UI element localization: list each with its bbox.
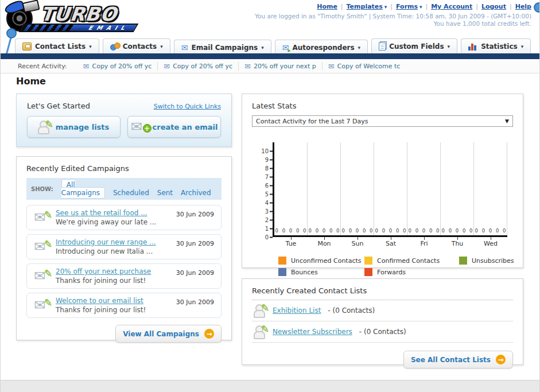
recent-activity-bar: Recent Activity: ✉Copy of 20% off yc✉Cop… (1, 59, 539, 73)
statistics-icon (468, 42, 477, 51)
get-started-title: Let's Get Started (27, 102, 90, 110)
y-tick-label: 8 (265, 165, 273, 172)
chart-day-group: 0 0 0 0 0 (474, 142, 507, 235)
create-email-button[interactable]: ✉+ create an email (127, 116, 221, 138)
zero-value-labels: 0 0 0 0 0 (374, 228, 407, 234)
recent-activity-item[interactable]: ✉Copy of 20% off yc (77, 62, 158, 71)
x-tick-label: Sat (374, 237, 407, 247)
campaign-title-link[interactable]: See us at the retail food ... (56, 209, 169, 217)
main-nav-tabbar: Contact Lists▾Contacts▾✉Email Campaigns▾… (1, 38, 539, 53)
activity-item-label: Copy of Welcome tc (337, 63, 401, 70)
campaign-subtitle: Introducing our new Italia ... (56, 247, 169, 255)
campaign-title-link[interactable]: 20% off your next purchase (56, 267, 169, 275)
x-tick-label: Thu (441, 237, 474, 247)
header-link-label[interactable]: Help (515, 3, 531, 10)
filter-scheduled[interactable]: Scheduled (113, 189, 149, 197)
get-started-panel: Let's Get Started Switch to Quick Links … (16, 94, 232, 147)
contact-list-name-link[interactable]: Newsletter Subscribers (273, 328, 352, 336)
tab-statistics[interactable]: Statistics▾ (461, 38, 531, 53)
campaign-title-link[interactable]: Introducing our new range ... (56, 238, 169, 246)
chart-plot-area: 0 0 0 0 00 0 0 0 00 0 0 0 00 0 0 0 00 0 … (273, 142, 507, 237)
tab-custom-fields[interactable]: Custom Fields▾ (371, 38, 457, 53)
chevron-down-icon: ▾ (418, 4, 422, 10)
chart-day-group: 0 0 0 0 0 (374, 142, 407, 235)
header-link-help: Help| (515, 3, 531, 10)
x-tick-label: Wed (474, 237, 507, 247)
view-all-campaigns-button[interactable]: View All Campaigns → (115, 325, 222, 343)
tab-label: Contact Lists (35, 42, 86, 51)
see-all-contact-lists-button[interactable]: See All Contact Lists → (403, 351, 513, 368)
contacts-icon (110, 42, 119, 51)
x-tick-label: Sun (341, 237, 374, 247)
filter-sent[interactable]: Sent (157, 189, 173, 197)
legend-swatch (364, 268, 372, 276)
login-status-text: You are logged in as "Timothy Smith" | S… (255, 13, 531, 20)
chevron-down-icon: ▾ (521, 44, 524, 49)
y-tick-label: 3 (265, 208, 273, 215)
legend-swatch (459, 257, 467, 265)
campaign-subtitle: We're giving away our late ... (56, 218, 169, 226)
y-tick-label: 7 (265, 174, 273, 180)
header-link-logout: Logout| (481, 3, 515, 10)
tab-contact-lists[interactable]: Contact Lists▾ (15, 38, 99, 53)
chart-day-group: 0 0 0 0 0 (274, 142, 308, 235)
y-tick-label: 2 (265, 217, 273, 223)
header-link-label[interactable]: My Account (431, 3, 472, 10)
filter-all-campaigns[interactable]: All Campaigns (61, 179, 105, 199)
see-all-contact-lists-label: See All Contact Lists (411, 356, 491, 364)
tab-email-campaigns[interactable]: ✉Email Campaigns▾ (174, 40, 271, 55)
envelope-pencil-icon: ✉✎ (34, 270, 49, 282)
header-link-label[interactable]: Home (317, 3, 337, 10)
contact-list-count: - (0 Contacts) (359, 328, 406, 336)
link-separator: | (510, 3, 512, 10)
chart-legend: Unconfirmed ContactsConfirmed ContactsUn… (278, 257, 513, 276)
chevron-down-icon: ▾ (261, 45, 264, 51)
manage-lists-button[interactable]: ✎ manage lists (27, 116, 121, 138)
manage-lists-label: manage lists (56, 123, 110, 131)
latest-stats-title: Latest Stats (252, 102, 513, 110)
chart-day-group: 0 0 0 0 0 (308, 142, 341, 235)
header-link-my-account: My Account| (431, 3, 481, 10)
zero-value-labels: 0 0 0 0 0 (341, 228, 374, 234)
activity-item-label: Copy of 20% off yc (92, 63, 151, 70)
campaigns-filter-bar: SHOW: All CampaignsScheduledSentArchived (26, 178, 222, 200)
app-window: TURBO EMAIL Home|Templates ▾|Forms ▾|My … (0, 0, 540, 392)
envelope-icon: ✉ (328, 62, 335, 71)
envelope-plus-icon: ✉+ (131, 121, 147, 133)
recent-contact-lists-panel: Recently Created Contact Lists ✎Exhibiti… (242, 278, 523, 365)
y-tick-label: 4 (265, 200, 273, 206)
y-tick-label: 1 (265, 226, 273, 232)
campaign-date: 30 Jun 2009 (176, 211, 214, 218)
switch-quick-links-link[interactable]: Switch to Quick Links (154, 103, 221, 110)
chevron-down-icon: ▾ (160, 44, 163, 49)
legend-item: Bounces (278, 268, 364, 276)
x-tick-label: Mon (308, 237, 341, 247)
header-link-label[interactable]: Templates (347, 3, 383, 10)
campaign-title-link[interactable]: Welcome to our email list (56, 297, 169, 305)
campaign-date: 30 Jun 2009 (176, 269, 214, 277)
campaign-card: ✉✎Introducing our new range ...Introduci… (26, 234, 222, 259)
tab-contacts[interactable]: Contacts▾ (103, 38, 170, 53)
campaign-subtitle: Thanks for joining our list! (56, 306, 169, 314)
recent-activity-label: Recent Activity: (18, 63, 67, 70)
contact-list-name-link[interactable]: Exhibition List (273, 306, 321, 315)
tab-autoresponders[interactable]: ✉▸Autoresponders▾ (275, 40, 368, 55)
legend-item: Unsubscribes (459, 257, 514, 265)
header-link-label[interactable]: Logout (481, 3, 506, 10)
list-pencil-icon: ✎ (38, 121, 50, 133)
header-link-label[interactable]: Forms (396, 3, 418, 10)
recent-activity-item[interactable]: ✉Copy of Welcome tc (322, 62, 406, 71)
latest-stats-panel: Latest Stats Contact Activity for the La… (242, 94, 523, 268)
page-title: Home (16, 76, 46, 87)
recent-activity-item[interactable]: ✉20% off your next p (238, 62, 322, 71)
stats-activity-dropdown[interactable]: Contact Activity for the Last 7 Days ▼ (252, 115, 513, 127)
chart-day-group: 0 0 0 0 0 (407, 142, 441, 235)
contact-list-row: ✎Newsletter Subscribers- (0 Contacts) (252, 321, 513, 343)
filter-archived[interactable]: Archived (181, 189, 211, 197)
recent-activity-item[interactable]: ✉Copy of 20% off yc (157, 62, 238, 71)
link-separator: | (476, 3, 478, 10)
campaigns-panel-title: Recently Edited Campaigns (26, 164, 222, 173)
chevron-down-icon: ▾ (358, 45, 361, 51)
zero-value-labels: 0 0 0 0 0 (441, 228, 473, 234)
tab-label: Email Campaigns (191, 44, 258, 52)
